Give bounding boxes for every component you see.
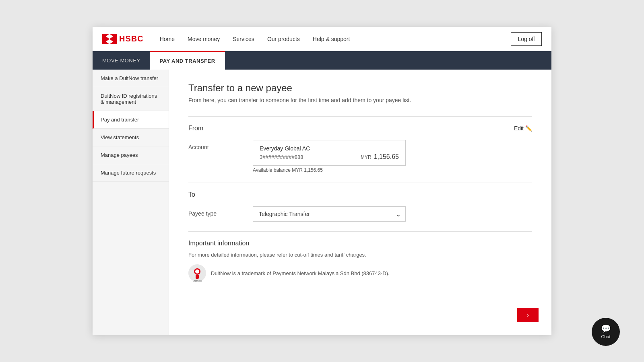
account-amount: 1,156.65 [374,153,399,160]
sidebar-item-duitnow-transfer[interactable]: Make a DuitNow transfer [93,70,169,87]
account-label: Account [188,140,253,150]
sidebar: Make a DuitNow transfer DuitNow ID regis… [93,70,169,335]
sidebar-item-manage-payees[interactable]: Manage payees [93,146,169,164]
top-navigation: HSBC Home Move money Services Our produc… [93,27,551,51]
account-number: 3###########888 [260,154,303,160]
payee-type-row: Payee type Telegraphic Transfer Local Tr… [188,206,532,222]
sidebar-item-view-statements[interactable]: View statements [93,129,169,146]
secondary-nav-pay-transfer[interactable]: PAY AND TRANSFER [150,51,225,70]
divider-important [188,231,532,232]
nav-move-money[interactable]: Move money [188,36,220,42]
page-title: Transfer to a new payee [188,82,532,94]
nav-services[interactable]: Services [233,36,254,42]
important-text: For more detailed information, please re… [188,252,532,258]
important-title: Important information [188,240,532,247]
account-field: Everyday Global AC 3###########888 MYR 1… [253,140,532,173]
account-card[interactable]: Everyday Global AC 3###########888 MYR 1… [253,140,406,166]
nav-our-products[interactable]: Our products [267,36,300,42]
sidebar-item-pay-transfer[interactable]: Pay and transfer [93,111,169,129]
secondary-navigation: MOVE MONEY PAY AND TRANSFER [93,51,551,70]
secondary-nav-move-money[interactable]: MOVE MONEY [93,51,150,70]
logout-button[interactable]: Log off [511,32,542,46]
svg-text:DuitNow: DuitNow [193,280,202,282]
to-section: To Payee type Telegraphic Transfer Local… [188,191,532,222]
chat-label: Chat [601,334,610,339]
payee-type-label: Payee type [188,206,253,217]
chat-button[interactable]: 💬 Chat [592,318,620,346]
account-balance-display: MYR 1,156.65 [361,153,399,160]
from-header: From Edit ✏️ [188,125,532,132]
page-subtitle: From here, you can transfer to someone f… [188,97,532,103]
svg-rect-7 [196,275,199,279]
payee-type-select[interactable]: Telegraphic Transfer Local Transfer Duit… [253,206,406,222]
account-info-row: 3###########888 MYR 1,156.65 [260,153,399,160]
bottom-action-area: › [517,308,539,322]
account-name: Everyday Global AC [260,145,399,152]
account-row: Account Everyday Global AC 3###########8… [188,140,532,173]
continue-button[interactable]: › [517,308,539,322]
chat-icon: 💬 [601,325,611,333]
divider-from [188,116,532,117]
content-area: Make a DuitNow transfer DuitNow ID regis… [93,70,551,335]
hsbc-logo-icon [102,34,117,44]
main-content: Transfer to a new payee From here, you c… [169,70,551,335]
nav-home[interactable]: Home [160,36,175,42]
sidebar-item-manage-future[interactable]: Manage future requests [93,164,169,182]
duitnow-logo-icon: DuitNow [188,264,206,282]
account-currency: MYR [361,154,372,160]
to-title: To [188,191,195,198]
important-section: Important information For more detailed … [188,240,532,282]
hsbc-logo: HSBC [102,34,144,44]
available-balance: Available balance MYR 1,156.65 [253,167,532,173]
payee-type-dropdown-wrapper: Telegraphic Transfer Local Transfer Duit… [253,206,406,222]
edit-label: Edit [514,125,524,132]
svg-point-6 [195,269,199,274]
sidebar-item-duitnow-id[interactable]: DuitNow ID registrations & management [93,87,169,111]
duitnow-trademark-text: DuitNow is a trademark of Payments Netwo… [211,270,390,276]
nav-links: Home Move money Services Our products He… [160,36,511,42]
edit-button[interactable]: Edit ✏️ [514,125,532,132]
nav-help-support[interactable]: Help & support [313,36,350,42]
hsbc-text: HSBC [119,34,144,43]
from-section: From Edit ✏️ Account Everyday Global AC … [188,125,532,173]
payee-type-field: Telegraphic Transfer Local Transfer Duit… [253,206,532,222]
divider-to [188,183,532,183]
to-header: To [188,191,532,198]
duitnow-info: DuitNow DuitNow is a trademark of Paymen… [188,264,532,282]
from-title: From [188,125,203,132]
edit-icon: ✏️ [525,125,532,132]
